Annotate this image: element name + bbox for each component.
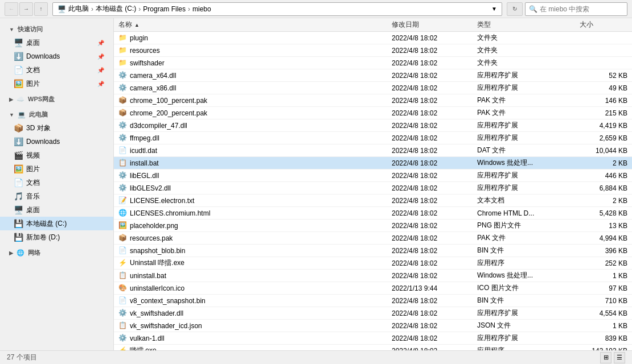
file-type: JSON 文件	[477, 321, 511, 330]
network-label: 网络	[28, 249, 40, 257]
file-icon: ⚡	[118, 346, 128, 351]
table-row[interactable]: ⚙️ vulkan-1.dll 2022/4/8 18:02 应用程序扩展 83…	[114, 332, 632, 345]
table-row[interactable]: ⚙️ camera_x86.dll 2022/4/8 18:02 应用程序扩展 …	[114, 82, 632, 94]
table-row[interactable]: 📋 vk_swiftshader_icd.json 2022/4/8 18:02…	[114, 320, 632, 332]
col-modified[interactable]: 修改日期	[387, 18, 473, 31]
sidebar-item-pictures-quick[interactable]: 🖼️ 图片 📌	[0, 77, 113, 90]
file-name: 哔擂.exe	[130, 346, 157, 350]
file-size: 13 KB	[609, 222, 627, 230]
forward-button[interactable]: →	[19, 2, 33, 16]
file-name-cell: ⚡ 哔擂.exe	[114, 346, 387, 350]
file-size-cell: 1 KB	[575, 322, 632, 330]
file-type: Windows 批处理...	[477, 271, 533, 280]
sidebar-item-3dobjects[interactable]: 📦 3D 对象	[0, 121, 113, 135]
table-row[interactable]: 📦 chrome_200_percent.pak 2022/4/8 18:02 …	[114, 107, 632, 119]
network-icon: 🌐	[17, 249, 24, 257]
table-row[interactable]: 📄 v8_context_snapshot.bin 2022/4/8 18:02…	[114, 295, 632, 307]
grid-view-button[interactable]: ⊞	[600, 352, 612, 363]
sidebar-item-d-drive-label: 新加卷 (D:)	[26, 233, 60, 242]
table-row[interactable]: ⚙️ camera_x64.dll 2022/4/8 18:02 应用程序扩展 …	[114, 69, 632, 82]
file-type: BIN 文件	[477, 246, 504, 255]
file-modified: 2022/4/8 18:02	[392, 147, 437, 155]
table-row[interactable]: ⚙️ d3dcompiler_47.dll 2022/4/8 18:02 应用程…	[114, 119, 632, 132]
table-row[interactable]: 📁 swiftshader 2022/4/8 18:02 文件夹	[114, 57, 632, 69]
table-row[interactable]: ⚙️ libEGL.dll 2022/4/8 18:02 应用程序扩展 446 …	[114, 169, 632, 182]
file-name: plugin	[130, 34, 148, 42]
table-row[interactable]: ⚡ Uninstall 哔擂.exe 2022/4/8 18:02 应用程序 2…	[114, 257, 632, 270]
file-modified-cell: 2022/4/8 18:02	[387, 159, 473, 167]
sidebar-item-documents-quick[interactable]: 📄 文档 📌	[0, 63, 113, 77]
file-modified-cell: 2022/4/8 18:02	[387, 247, 473, 255]
search-bar[interactable]: 🔍	[525, 2, 627, 16]
sidebar-item-desktop[interactable]: 🖥️ 桌面 📌	[0, 36, 113, 49]
sidebar-item-downloads-pc[interactable]: ⬇️ Downloads	[0, 135, 113, 148]
table-row[interactable]: 🖼️ placeholder.png 2022/4/8 18:02 PNG 图片…	[114, 220, 632, 232]
file-icon: 📄	[118, 296, 128, 305]
file-size: 2 KB	[613, 159, 627, 167]
back-button[interactable]: ←	[5, 2, 18, 16]
sidebar-item-music[interactable]: 🎵 音乐	[0, 189, 113, 203]
file-modified-cell: 2022/4/8 18:02	[387, 222, 473, 230]
file-modified-cell: 2022/4/8 18:02	[387, 322, 473, 330]
this-pc-header[interactable]: ▼ 💻 此电脑	[0, 108, 113, 121]
file-modified-cell: 2022/4/8 18:02	[387, 297, 473, 305]
path-dropdown-icon[interactable]: ▼	[491, 6, 497, 12]
sidebar-item-videos[interactable]: 🎬 视频	[0, 148, 113, 162]
search-input[interactable]	[540, 5, 623, 13]
table-row[interactable]: 📋 uninstall.bat 2022/4/8 18:02 Windows 批…	[114, 270, 632, 282]
d-drive-icon: 💾	[14, 233, 23, 242]
file-icon: 📦	[118, 109, 128, 118]
file-modified: 2022/4/8 18:02	[392, 109, 437, 117]
sidebar-item-d-drive[interactable]: 💾 新加卷 (D:)	[0, 230, 113, 244]
file-modified-cell: 2022/4/8 18:02	[387, 134, 473, 142]
table-row[interactable]: 📦 resources.pak 2022/4/8 18:02 PAK 文件 4,…	[114, 232, 632, 245]
table-row[interactable]: ⚙️ libGLESv2.dll 2022/4/8 18:02 应用程序扩展 6…	[114, 182, 632, 195]
sidebar-item-documents-pc[interactable]: 📄 文档	[0, 176, 113, 189]
file-modified: 2022/4/8 18:02	[392, 159, 437, 167]
table-row[interactable]: ⚙️ ffmpeg.dll 2022/4/8 18:02 应用程序扩展 2,65…	[114, 132, 632, 144]
table-row[interactable]: 🎨 uninstallerIcon.ico 2022/1/13 9:44 ICO…	[114, 282, 632, 295]
file-icon: 🖼️	[118, 221, 128, 230]
file-modified: 2022/4/8 18:02	[392, 209, 437, 217]
list-view-button[interactable]: ☰	[614, 352, 625, 363]
quick-access-header[interactable]: ▼ 快速访问	[0, 23, 113, 36]
file-size: 4,419 KB	[600, 122, 627, 130]
refresh-button[interactable]: ↻	[507, 2, 523, 16]
sidebar-item-downloads-quick[interactable]: ⬇️ Downloads 📌	[0, 49, 113, 63]
sidebar-item-desktop-pc[interactable]: 🖥️ 桌面	[0, 203, 113, 217]
file-icon: ⚙️	[118, 71, 128, 80]
file-list-container[interactable]: 名称 ▲ 修改日期 类型 大小 📁 plugin 2022/4/8 18:02	[114, 18, 632, 350]
file-size: 146 KB	[605, 97, 627, 105]
table-row[interactable]: 📦 chrome_100_percent.pak 2022/4/8 18:02 …	[114, 94, 632, 107]
file-type: 文本文档	[477, 196, 504, 205]
table-row[interactable]: ⚡ 哔擂.exe 2022/4/8 18:02 应用程序 143,192 KB	[114, 345, 632, 350]
up-button[interactable]: ↑	[34, 2, 48, 16]
table-row[interactable]: 📄 icudtl.dat 2022/4/8 18:02 DAT 文件 10,04…	[114, 144, 632, 157]
table-row[interactable]: 📄 snapshot_blob.bin 2022/4/8 18:02 BIN 文…	[114, 245, 632, 257]
file-modified-cell: 2022/4/8 18:02	[387, 259, 473, 267]
file-name-cell: 📄 snapshot_blob.bin	[114, 246, 387, 255]
table-row[interactable]: 📝 LICENSE.electron.txt 2022/4/8 18:02 文本…	[114, 195, 632, 207]
file-icon: 🎨	[118, 284, 128, 293]
col-name[interactable]: 名称 ▲	[114, 18, 387, 31]
table-row[interactable]: 📁 resources 2022/4/8 18:02 文件夹	[114, 44, 632, 57]
path-part-programfiles: Program Files	[143, 5, 186, 13]
file-name-cell: ⚡ Uninstall 哔擂.exe	[114, 258, 387, 268]
file-modified: 2022/4/8 18:02	[392, 297, 437, 305]
table-row[interactable]: 🌐 LICENSES.chromium.html 2022/4/8 18:02 …	[114, 207, 632, 220]
network-header[interactable]: ▶ 🌐 网络	[0, 246, 113, 259]
path-bar[interactable]: 🖥️ 此电脑 › 本地磁盘 (C:) › Program Files › mie…	[52, 2, 502, 16]
file-size-cell: 97 KB	[575, 284, 632, 292]
downloads-icon: ⬇️	[14, 52, 23, 61]
wps-header[interactable]: ▶ ☁️ WPS网盘	[0, 93, 113, 106]
file-modified: 2022/1/13 9:44	[392, 284, 437, 292]
sidebar-item-pictures-pc[interactable]: 🖼️ 图片	[0, 162, 113, 176]
file-name: vk_swiftshader.dll	[130, 309, 183, 317]
table-row[interactable]: 📁 plugin 2022/4/8 18:02 文件夹	[114, 32, 632, 44]
col-type[interactable]: 类型	[473, 18, 575, 31]
path-computer-icon: 🖥️	[58, 5, 66, 13]
sidebar-item-c-drive[interactable]: 💾 本地磁盘 (C:)	[0, 217, 113, 230]
table-row[interactable]: 📋 install.bat 2022/4/8 18:02 Windows 批处理…	[114, 157, 632, 169]
col-size[interactable]: 大小	[575, 18, 632, 31]
table-row[interactable]: ⚙️ vk_swiftshader.dll 2022/4/8 18:02 应用程…	[114, 307, 632, 320]
